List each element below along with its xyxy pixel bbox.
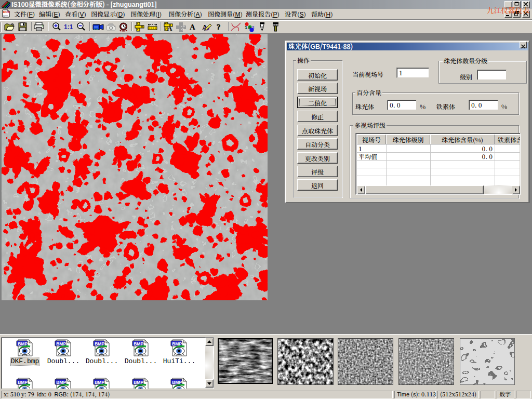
svg-text:1: 1: [245, 25, 247, 30]
svg-text:1:1: 1:1: [64, 23, 73, 31]
svg-text:?: ?: [217, 23, 221, 31]
svg-text:A: A: [167, 24, 172, 32]
svg-text:DOC: DOC: [3, 10, 10, 14]
svg-text:A: A: [190, 23, 195, 31]
